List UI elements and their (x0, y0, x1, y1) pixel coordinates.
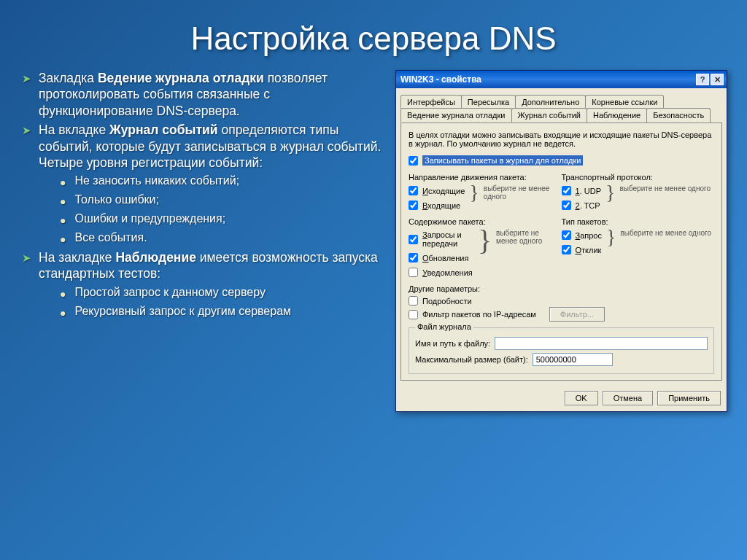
checkbox-2-tcp[interactable]: 2. TCP (562, 201, 601, 210)
path-input[interactable] (495, 337, 708, 350)
path-label: Имя и путь к файлу: (415, 339, 490, 348)
tab-интерфейсы[interactable]: Интерфейсы (400, 95, 462, 109)
ip-filter-checkbox[interactable]: Фильтр пакетов по IP-адресам (409, 310, 536, 319)
arrow-icon: ➤ (22, 71, 31, 119)
tab-пересылка[interactable]: Пересылка (461, 95, 516, 109)
close-icon[interactable]: ✕ (711, 74, 724, 85)
cancel-button[interactable]: Отмена (603, 391, 653, 405)
slide-text: ➤Закладка Ведение журнала отладки позвол… (22, 70, 387, 412)
checkbox-уведомления[interactable]: Уведомления (409, 268, 473, 277)
checkbox-обновления[interactable]: Обновления (409, 253, 473, 262)
slide-title: Настройка сервера DNS (0, 0, 747, 70)
fieldset-legend: Файл журнала (415, 322, 473, 331)
sub-bullet-item: ●Рекурсивный запрос к другим серверам (60, 304, 387, 320)
checkbox-исходящие[interactable]: Исходящие (409, 186, 465, 195)
checkbox-1-udp[interactable]: 1. UDP (562, 186, 601, 195)
round-marker-icon: ● (60, 214, 66, 228)
round-marker-icon: ● (60, 307, 66, 320)
tab-корневые-ссылки[interactable]: Корневые ссылки (585, 95, 664, 109)
brace-hint: выберите не менее одного (620, 229, 711, 237)
sub-bullet-item: ●Все события. (60, 230, 387, 246)
main-debug-checkbox[interactable]: Записывать пакеты в журнал для отладки (409, 154, 714, 167)
brace-hint: выберите не менее одного (484, 184, 562, 201)
brace-icon: } (606, 229, 616, 245)
dialog-title: WIN2K3 - свойства (400, 74, 481, 85)
brace-hint: выберите не менее одного (619, 184, 711, 192)
sub-bullet-item: ●Ошибки и предупреждения; (60, 211, 387, 228)
checkbox-входящие[interactable]: Входящие (409, 201, 465, 210)
round-marker-icon: ● (60, 176, 66, 190)
tab-наблюдение[interactable]: Наблюдение (587, 108, 647, 122)
round-marker-icon: ● (60, 288, 66, 301)
apply-button[interactable]: Применить (657, 391, 721, 405)
filter-button: Фильтр... (549, 307, 605, 322)
checkbox-отклик[interactable]: Отклик (562, 245, 602, 254)
help-icon[interactable]: ? (696, 74, 709, 85)
round-marker-icon: ● (60, 233, 66, 246)
checkbox-запросы-и-передачи[interactable]: Запросы и передачи (409, 230, 473, 248)
tab-дополнительно[interactable]: Дополнительно (515, 95, 586, 109)
sub-bullet-item: ●Только ошибки; (60, 192, 387, 209)
bullet-item: ➤Закладка Ведение журнала отладки позвол… (22, 70, 387, 119)
tab-ведение-журнала-отладки[interactable]: Ведение журнала отладки (400, 108, 512, 122)
brace-icon: } (469, 184, 479, 201)
bullet-item: ➤На закладке Наблюдение имеется возможно… (22, 249, 387, 282)
dialog-titlebar[interactable]: WIN2K3 - свойства ? ✕ (396, 71, 727, 88)
group-transport-label: Транспортный протокол: (562, 173, 715, 182)
file-log-fieldset: Файл журнала Имя и путь к файлу: Максима… (409, 327, 714, 374)
sub-bullet-item: ●Не заносить никаких событий; (60, 174, 387, 190)
group-direction-label: Направление движения пакета: (409, 173, 562, 182)
arrow-icon: ➤ (22, 123, 31, 171)
brace-icon: } (478, 229, 492, 252)
ok-button[interactable]: OK (565, 391, 598, 405)
details-checkbox[interactable]: Подробности (409, 296, 714, 306)
group-other-label: Другие параметры: (409, 284, 714, 293)
tab-журнал-событий[interactable]: Журнал событий (511, 108, 587, 122)
round-marker-icon: ● (60, 195, 66, 209)
sub-bullet-item: ●Простой запрос к данному серверу (60, 285, 387, 301)
brace-hint: выберите не менее одного (496, 229, 561, 245)
tab-panel-debug-log: В целях отладки можно записывать входящи… (400, 122, 722, 381)
bullet-item: ➤На вкладке Журнал событий определяются … (22, 122, 387, 171)
group-type-label: Тип пакетов: (562, 217, 715, 226)
arrow-icon: ➤ (22, 251, 31, 282)
brace-icon: } (605, 184, 615, 201)
tab-безопасность[interactable]: Безопасность (646, 108, 711, 122)
panel-description: В целях отладки можно записывать входящи… (409, 131, 714, 148)
size-input[interactable] (533, 353, 613, 366)
properties-dialog: WIN2K3 - свойства ? ✕ ИнтерфейсыПересылк… (395, 70, 727, 412)
checkbox-запрос[interactable]: Запрос (562, 230, 602, 240)
size-label: Максимальный размер (байт): (415, 355, 528, 364)
